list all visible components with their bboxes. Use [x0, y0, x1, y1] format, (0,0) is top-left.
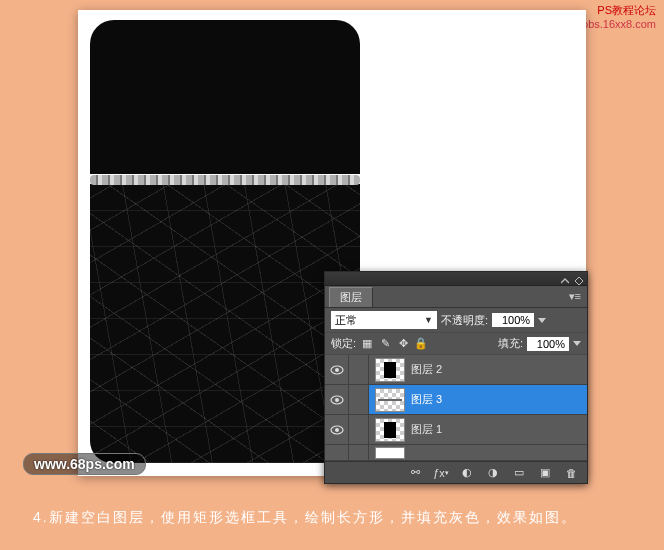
link-col [349, 385, 369, 414]
eye-icon [330, 395, 344, 405]
panel-menu-icon[interactable]: ▾≡ [563, 290, 587, 303]
link-layers-icon[interactable]: ⚯ [407, 465, 423, 481]
lock-position-icon[interactable]: ✥ [396, 337, 410, 351]
link-col [349, 355, 369, 384]
layer-list: 图层 2 图层 3 图层 1 [325, 355, 587, 461]
opacity-label: 不透明度: [441, 313, 488, 328]
blend-mode-select[interactable]: 正常 ▼ [331, 311, 437, 329]
blend-mode-value: 正常 [335, 313, 357, 328]
layer-thumbnail [375, 418, 405, 442]
layer-thumbnail [375, 447, 405, 459]
lock-fill-row: 锁定: ▦ ✎ ✥ 🔒 填充: 100% [325, 333, 587, 355]
fill-flyout-icon[interactable] [573, 341, 581, 346]
layer-row[interactable]: 图层 2 [325, 355, 587, 385]
fill-label: 填充: [498, 336, 523, 351]
lock-all-icon[interactable]: 🔒 [414, 337, 428, 351]
collapse-icon[interactable] [561, 275, 569, 283]
svg-point-3 [335, 398, 339, 402]
tab-layers[interactable]: 图层 [329, 287, 373, 307]
mask-icon[interactable]: ◐ [459, 465, 475, 481]
layer-name: 图层 1 [411, 422, 442, 437]
new-layer-icon[interactable]: ▣ [537, 465, 553, 481]
instruction-text: 4.新建空白图层，使用矩形选框工具，绘制长方形，并填充灰色，效果如图。 [33, 505, 634, 530]
lighter-cap [90, 20, 360, 174]
panel-tabs: 图层 ▾≡ [325, 286, 587, 308]
lighter-body [90, 184, 360, 463]
lighter-artwork [90, 20, 360, 463]
lock-icons-group: ▦ ✎ ✥ 🔒 [360, 337, 428, 351]
opacity-input[interactable]: 100% [492, 313, 534, 327]
close-icon[interactable] [575, 275, 583, 283]
visibility-toggle[interactable] [325, 385, 349, 414]
layer-thumbnail [375, 388, 405, 412]
layer-row-partial [325, 445, 587, 461]
panel-footer: ⚯ ƒx▾ ◐ ◑ ▭ ▣ 🗑 [325, 461, 587, 483]
layer-name: 图层 3 [411, 392, 442, 407]
visibility-toggle[interactable] [325, 355, 349, 384]
lighter-hinge [90, 175, 360, 185]
group-icon[interactable]: ▭ [511, 465, 527, 481]
link-col [349, 415, 369, 444]
opacity-flyout-icon[interactable] [538, 318, 546, 323]
eye-icon [330, 365, 344, 375]
layer-thumbnail [375, 358, 405, 382]
blend-opacity-row: 正常 ▼ 不透明度: 100% [325, 308, 587, 333]
layer-row[interactable]: 图层 1 [325, 415, 587, 445]
link-col [349, 445, 369, 461]
fill-input[interactable]: 100% [527, 337, 569, 351]
adjustment-icon[interactable]: ◑ [485, 465, 501, 481]
lock-pixels-icon[interactable]: ✎ [378, 337, 392, 351]
layer-name: 图层 2 [411, 362, 442, 377]
lock-label: 锁定: [331, 336, 356, 351]
watermark-line1: PS教程论坛 [582, 3, 656, 17]
watermark-line2: bbs.16xx8.com [582, 17, 656, 31]
svg-point-5 [335, 428, 339, 432]
lock-transparency-icon[interactable]: ▦ [360, 337, 374, 351]
trash-icon[interactable]: 🗑 [563, 465, 579, 481]
eye-icon [330, 425, 344, 435]
layers-panel: 图层 ▾≡ 正常 ▼ 不透明度: 100% 锁定: ▦ ✎ ✥ 🔒 填充: 10… [324, 271, 588, 484]
visibility-toggle [325, 445, 349, 461]
logo-watermark: www.68ps.com [23, 453, 146, 475]
visibility-toggle[interactable] [325, 415, 349, 444]
layer-row-selected[interactable]: 图层 3 [325, 385, 587, 415]
chevron-down-icon: ▼ [424, 315, 433, 325]
fx-icon[interactable]: ƒx▾ [433, 465, 449, 481]
panel-titlebar [325, 272, 587, 286]
svg-point-1 [335, 368, 339, 372]
watermark: PS教程论坛 bbs.16xx8.com [582, 3, 656, 32]
